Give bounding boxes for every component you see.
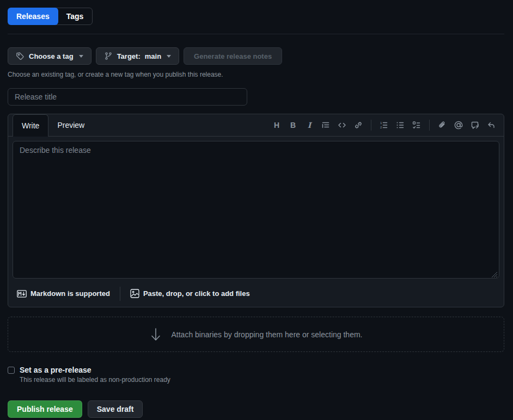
- header-divider: [8, 34, 504, 34]
- form-actions: Publish release Save draft: [8, 400, 504, 418]
- release-description-editor: Write Preview H B I: [8, 114, 504, 307]
- quote-icon[interactable]: [319, 118, 333, 132]
- release-title-input[interactable]: [8, 88, 247, 106]
- italic-icon[interactable]: I: [302, 118, 316, 132]
- tab-preview[interactable]: Preview: [48, 114, 93, 136]
- link-icon[interactable]: [351, 118, 365, 132]
- target-branch-button[interactable]: Target: main: [96, 47, 179, 65]
- prerelease-description: This release will be labeled as non-prod…: [20, 376, 504, 384]
- tag-target-row: Choose a tag Target: main Generate relea…: [8, 47, 504, 65]
- paste-drop-files-button[interactable]: Paste, drop, or click to add files: [130, 289, 250, 298]
- download-arrow-icon: [150, 327, 162, 342]
- editor-footer: Markdown is supported Paste, drop, or cl…: [8, 285, 504, 307]
- mention-icon[interactable]: [451, 118, 466, 132]
- save-draft-button[interactable]: Save draft: [88, 400, 143, 418]
- editor-tab-bar: Write Preview H B I: [8, 114, 504, 137]
- attach-binaries-dropzone[interactable]: Attach binaries by dropping them here or…: [8, 317, 504, 352]
- releases-tags-segmented-control: Releases Tags: [8, 8, 93, 25]
- cross-reference-icon[interactable]: [468, 118, 482, 132]
- generate-release-notes-button[interactable]: Generate release notes: [184, 47, 282, 65]
- choose-tag-label: Choose a tag: [29, 52, 74, 60]
- toolbar-separator: [371, 120, 371, 131]
- target-label: Target:: [117, 52, 141, 60]
- choose-tag-button[interactable]: Choose a tag: [8, 47, 91, 65]
- tag-icon: [16, 52, 25, 60]
- tag-helper-text: Choose an existing tag, or create a new …: [8, 71, 504, 78]
- chevron-down-icon: [79, 55, 83, 58]
- prerelease-section: Set as a pre-release This release will b…: [8, 366, 504, 384]
- image-icon: [130, 289, 139, 298]
- bold-icon[interactable]: B: [286, 118, 300, 132]
- footer-divider: [120, 287, 120, 301]
- svg-text:2: 2: [380, 126, 382, 129]
- editor-body: [13, 141, 499, 280]
- git-branch-icon: [104, 52, 113, 60]
- release-description-textarea[interactable]: [13, 141, 499, 279]
- toolbar-separator: [429, 120, 430, 131]
- markdown-icon: [17, 290, 27, 298]
- task-list-icon[interactable]: [410, 118, 424, 132]
- attach-binaries-text: Attach binaries by dropping them here or…: [172, 330, 363, 339]
- reply-icon[interactable]: [484, 118, 498, 132]
- heading-icon[interactable]: H: [270, 118, 284, 132]
- target-branch-value: main: [145, 52, 161, 60]
- chevron-down-icon: [167, 55, 171, 58]
- code-icon[interactable]: [335, 118, 349, 132]
- prerelease-label[interactable]: Set as a pre-release: [20, 366, 91, 374]
- publish-release-button[interactable]: Publish release: [8, 400, 82, 418]
- paperclip-icon[interactable]: [435, 118, 449, 132]
- tab-write[interactable]: Write: [13, 114, 48, 137]
- unordered-list-icon[interactable]: [393, 118, 407, 132]
- ordered-list-icon[interactable]: 1 2: [377, 118, 391, 132]
- tab-tags[interactable]: Tags: [55, 8, 93, 25]
- new-release-page: Releases Tags Choose a tag: [0, 0, 513, 418]
- tab-releases[interactable]: Releases: [8, 8, 58, 25]
- prerelease-checkbox[interactable]: [8, 367, 15, 374]
- svg-text:1: 1: [380, 121, 382, 125]
- markdown-toolbar: H B I: [270, 114, 504, 136]
- markdown-supported-link[interactable]: Markdown is supported: [17, 289, 110, 298]
